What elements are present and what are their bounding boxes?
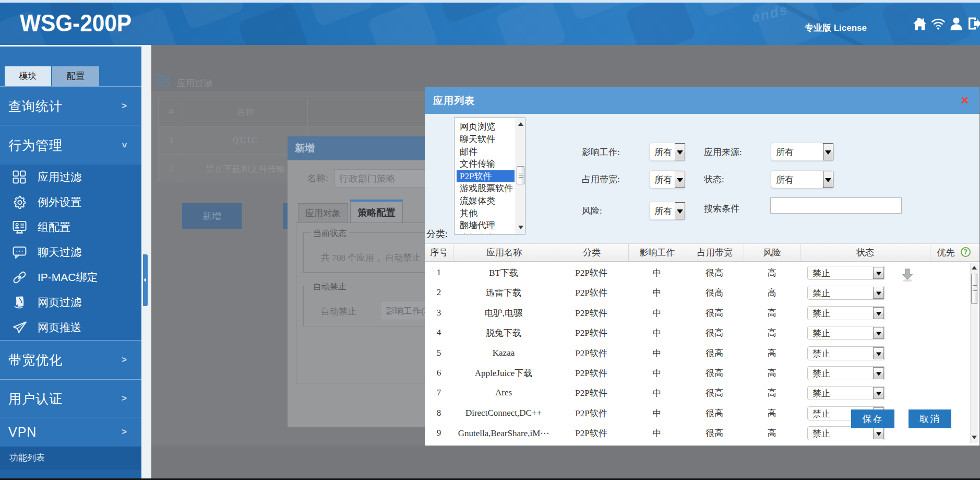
bandwidth-filter-label: 占用带宽: <box>582 173 620 185</box>
dropdown-arrow-icon[interactable] <box>675 143 685 160</box>
dimmed-cell-name: 禁止下载和文件传输 <box>206 163 285 175</box>
current-status-legend: 当前状态 <box>311 228 349 239</box>
sidebar-item-user-auth[interactable]: 用户认证 > <box>0 379 141 417</box>
scroll-down-button[interactable] <box>516 221 525 234</box>
cell-name: DirectConnect,DC++ <box>465 408 542 418</box>
category-option[interactable]: 未知分类 <box>455 232 516 235</box>
status-select[interactable]: 禁止 <box>807 346 885 360</box>
chevron-right-icon: > <box>122 427 127 437</box>
cell-name: Ares <box>495 388 512 398</box>
risk-filter-select[interactable]: 所有 <box>649 202 686 220</box>
col-no: 序号 <box>425 244 453 261</box>
logout-icon[interactable] <box>967 17 980 32</box>
sidebar-item-query-stats[interactable]: 查询统计 > <box>0 86 141 125</box>
impact-filter-select[interactable]: 所有 <box>649 143 686 161</box>
scroll-up-button[interactable] <box>516 118 525 131</box>
status-select[interactable]: 禁止 <box>807 266 885 280</box>
sidebar-item-exception[interactable]: 例外设置 <box>0 190 141 215</box>
save-button[interactable]: 保存 <box>851 409 894 428</box>
cell-name: 电驴,电骡 <box>485 307 522 319</box>
category-option-selected[interactable]: P2P软件 <box>457 170 515 182</box>
category-option[interactable]: 邮件 <box>455 146 516 158</box>
dropdown-arrow-icon[interactable] <box>675 202 685 219</box>
category-option[interactable]: 其他 <box>455 207 516 219</box>
cell-risk: 高 <box>768 267 776 279</box>
dropdown-arrow-icon[interactable] <box>873 427 884 439</box>
tab-app-target[interactable]: 应用对象 <box>298 203 348 223</box>
sidebar-submenu-label: 网页推送 <box>38 320 81 335</box>
sidebar-footer-function-list[interactable]: 功能列表 <box>0 447 141 470</box>
dimmed-add-button[interactable]: 新增 <box>182 203 242 229</box>
dropdown-arrow-icon[interactable] <box>873 267 884 279</box>
dimmed-cell-num: 2 <box>169 163 174 174</box>
dropdown-arrow-icon[interactable] <box>675 171 685 188</box>
sidebar-item-group-config[interactable]: 组配置 <box>0 215 141 240</box>
source-filter-label: 应用来源: <box>704 146 742 158</box>
dropdown-arrow-icon[interactable] <box>823 171 833 188</box>
sidebar-item-bandwidth[interactable]: 带宽优化 > <box>0 340 141 379</box>
select-value: 禁止 <box>812 347 830 359</box>
search-input[interactable] <box>770 197 902 214</box>
sidebar-item-behavior-mgmt[interactable]: 行为管理 > <box>0 125 141 165</box>
tab-policy-config[interactable]: 策略配置 <box>350 200 403 223</box>
help-icon[interactable]: ? <box>961 247 971 257</box>
auto-forbid-label: 自动禁止 <box>321 306 356 318</box>
sidebar-item-vpn[interactable]: VPN > <box>0 417 141 447</box>
home-icon[interactable] <box>913 17 927 33</box>
scroll-down-arrow-icon <box>518 226 523 229</box>
category-option[interactable]: 翻墙代理 <box>455 219 516 231</box>
chevron-right-icon: > <box>122 101 127 111</box>
bandwidth-filter-select[interactable]: 所有 <box>649 170 686 189</box>
sidebar-submenu-label: 聊天过滤 <box>38 245 81 260</box>
status-select[interactable]: 禁止 <box>807 366 885 380</box>
category-option[interactable]: 游戏股票软件 <box>455 182 516 194</box>
sidebar-section-label: 行为管理 <box>8 136 63 154</box>
cell-impact: 中 <box>653 307 662 319</box>
cell-no: 3 <box>437 308 441 318</box>
dropdown-arrow-icon[interactable] <box>873 307 884 319</box>
thumb-grip <box>973 285 977 286</box>
sidebar-item-app-filter[interactable]: 应用过滤 <box>0 165 141 190</box>
dropdown-arrow-icon[interactable] <box>873 327 884 339</box>
sidebar-item-web-filter[interactable]: 网页过滤 <box>0 290 141 315</box>
table-scrollbar[interactable] <box>970 263 978 443</box>
category-option[interactable]: 文件传输 <box>455 158 516 170</box>
select-value: 禁止 <box>812 287 830 299</box>
priority-down-icon[interactable] <box>901 268 915 283</box>
close-icon[interactable]: ✕ <box>959 95 971 106</box>
select-value: 禁止 <box>812 427 830 439</box>
dropdown-arrow-icon[interactable] <box>873 287 884 299</box>
dropdown-arrow-icon[interactable] <box>823 143 833 160</box>
status-select[interactable]: 禁止 <box>807 286 885 300</box>
sidebar-item-ip-mac[interactable]: IP-MAC绑定 <box>0 265 141 290</box>
dimmed-table-vline <box>184 97 184 183</box>
status-select[interactable]: 禁止 <box>807 326 885 340</box>
source-filter-select[interactable]: 所有 <box>771 143 834 161</box>
category-option[interactable]: 流媒体类 <box>455 195 516 207</box>
dropdown-arrow-icon[interactable] <box>873 387 884 399</box>
cancel-button[interactable]: 取消 <box>909 409 951 428</box>
table-scrollbar-thumb[interactable] <box>971 274 977 304</box>
category-option[interactable]: 聊天软件 <box>455 133 516 145</box>
keyboard-key-decoration <box>560 3 632 21</box>
dropdown-arrow-icon[interactable] <box>873 347 884 359</box>
user-icon[interactable] <box>950 17 963 32</box>
tab-config[interactable]: 配置 <box>52 66 99 86</box>
status-select[interactable]: 禁止 <box>807 306 885 320</box>
select-value: 禁止 <box>812 367 830 379</box>
listbox-scrollbar[interactable] <box>516 118 525 234</box>
category-option[interactable]: 网页浏览 <box>455 121 516 133</box>
app-list-dialog: 应用列表 ✕ 网页浏览 聊天软件 邮件 文件传输 P2P软件 游戏股票软件 流媒… <box>425 87 979 446</box>
sidebar-item-chat-filter[interactable]: 聊天过滤 <box>0 240 141 265</box>
status-filter-select[interactable]: 所有 <box>771 170 834 189</box>
scrollbar-thumb[interactable] <box>517 166 524 184</box>
sidebar-item-web-push[interactable]: 网页推送 <box>0 315 141 340</box>
app-table-row: 1 BT下载 P2P软件 中 很高 高 禁止 <box>425 263 970 283</box>
tab-modules[interactable]: 模块 <box>5 66 51 86</box>
status-select[interactable]: 禁止 <box>807 386 885 400</box>
status-select[interactable]: 禁止 <box>807 426 885 440</box>
sidebar-collapse-handle[interactable] <box>143 254 148 306</box>
wifi-icon[interactable] <box>931 16 946 33</box>
dropdown-arrow-icon[interactable] <box>873 367 884 379</box>
select-value: 禁止 <box>812 307 830 319</box>
